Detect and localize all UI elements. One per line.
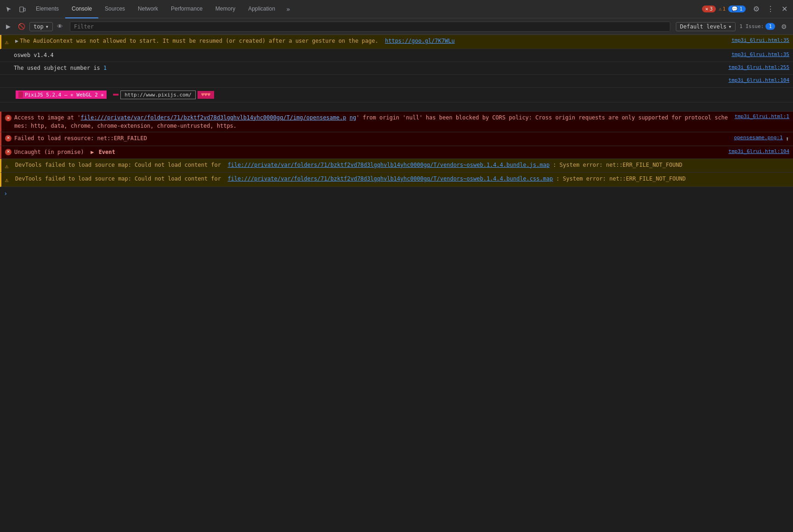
cors-file-link[interactable]: file:///private/var/folders/71/bzktf2vd7… [81, 114, 346, 121]
console-content: ⚠ ▶ The AudioContext was not allowed to … [0, 35, 793, 532]
log-entry-sourcemap-css: ⚠ DevTools failed to load source map: Co… [0, 173, 793, 187]
levels-dropdown-arrow: ▾ [728, 23, 731, 30]
console-prompt-row[interactable]: › [0, 187, 793, 200]
log-entry-pixi: PixiJS 5.2.4 – ✳ WebGL 2 ✳ http://www.pi… [0, 88, 793, 102]
osweb-source[interactable]: tmp3i_6lrui.html:35 [731, 51, 789, 59]
cursor-icon-btn[interactable] [2, 3, 16, 15]
tab-sources[interactable]: Sources [98, 0, 131, 18]
pixi-hearts: ♥♥♥ [198, 91, 214, 99]
cors-message: Access to image at 'file:///private/var/… [14, 113, 731, 130]
tab-application[interactable]: Application [242, 0, 282, 18]
log-entry-subject: The used subject number is 1 tmp3i_6lrui… [0, 62, 793, 75]
issue-prefix: 1 Issue: [739, 23, 764, 29]
upload-icon[interactable]: ⬆ [786, 134, 789, 144]
log-entry-sourcemap-js: ⚠ DevTools failed to load source map: Co… [0, 159, 793, 173]
subject-message: The used subject number is 1 [14, 64, 725, 72]
badge-container: ✕ 3 ⚠ 1 💬 1 [702, 6, 746, 12]
failed-resource-message: Failed to load resource: net::ERR_FAILED [14, 134, 731, 142]
error-badge[interactable]: ✕ 3 [702, 6, 716, 12]
tab-memory[interactable]: Memory [209, 0, 242, 18]
console-settings-btn[interactable]: ⚙ [778, 21, 790, 32]
sourcemap-js-message: DevTools failed to load source map: Coul… [15, 161, 789, 169]
close-devtools-btn[interactable]: ✕ [778, 2, 791, 16]
failed-error-icon: ✕ [5, 135, 11, 141]
warning-badge[interactable]: ⚠ 1 [719, 6, 725, 12]
log-entry-empty: tmp3i_6lrui.html:104 [0, 75, 793, 88]
error-count: 3 [710, 6, 713, 12]
default-levels-label: Default levels [680, 23, 726, 30]
sourcemap-js-warn-icon: ⚠ [5, 162, 12, 171]
prompt-arrow-icon: › [4, 190, 7, 197]
empty-source[interactable]: tmp3i_6lrui.html:104 [729, 77, 789, 85]
audiocontext-link[interactable]: https://goo.gl/7K7WLu [385, 38, 455, 44]
uncaught-source[interactable]: tmp3i_6lrui.html:104 [729, 148, 789, 156]
tab-performance[interactable]: Performance [164, 0, 209, 18]
event-expand-icon[interactable]: ▶ [91, 149, 94, 155]
osweb-message: osweb v1.4.4 [14, 51, 728, 59]
uncaught-message: Uncaught (in promise) ▶ Event [14, 148, 725, 156]
console-toolbar: ▶ 🚫 top ▾ 👁 Default levels ▾ 1 Issue: 1 … [0, 18, 793, 35]
issue-count-badge: 1 [765, 23, 775, 30]
event-label[interactable]: Event [99, 149, 115, 155]
more-options-btn[interactable]: ⋮ [763, 2, 778, 16]
message-badge[interactable]: 💬 1 [728, 6, 746, 12]
log-entry-cors: ✕ Access to image at 'file:///private/va… [0, 112, 793, 132]
tab-elements[interactable]: Elements [29, 0, 65, 18]
filter-input[interactable] [70, 22, 670, 32]
expand-arrow-icon[interactable]: ▶ [15, 37, 18, 45]
context-dropdown[interactable]: top ▾ [29, 22, 53, 31]
log-entry-audiocontext: ⚠ ▶ The AudioContext was not allowed to … [0, 35, 793, 49]
settings-gear-btn[interactable]: ⚙ [749, 2, 763, 16]
sourcemap-css-warn-icon: ⚠ [5, 175, 12, 185]
failed-resource-source[interactable]: opensesame.png:1 [734, 134, 783, 142]
subject-source[interactable]: tmp3i_6lrui.html:255 [729, 64, 789, 72]
message-count: 1 [739, 6, 742, 12]
svg-rect-1 [23, 8, 25, 11]
cors-file-link2[interactable]: ng [350, 114, 356, 121]
clear-btn[interactable]: 🚫 [15, 21, 28, 32]
error-x-icon: ✕ [705, 6, 708, 12]
warning-count: 1 [723, 6, 726, 12]
svg-rect-0 [20, 7, 23, 12]
message-icon: 💬 [731, 6, 738, 12]
warning-triangle-icon: ⚠ [719, 6, 722, 12]
pixi-spacer-block [113, 94, 119, 96]
sourcemap-css-link[interactable]: file:///private/var/folders/71/bzktf2vd7… [227, 175, 553, 182]
audiocontext-message: The AudioContext was not allowed to star… [20, 37, 728, 45]
device-toolbar-btn[interactable] [16, 3, 29, 15]
more-tabs-btn[interactable]: » [282, 2, 295, 17]
log-levels-dropdown[interactable]: Default levels ▾ [676, 22, 736, 31]
eye-btn[interactable]: 👁 [54, 21, 66, 32]
log-entry-uncaught: ✕ Uncaught (in promise) ▶ Event tmp3i_6l… [0, 146, 793, 159]
sourcemap-css-message: DevTools failed to load source map: Coul… [15, 175, 789, 183]
tab-console[interactable]: Console [65, 0, 98, 18]
sourcemap-js-link[interactable]: file:///private/var/folders/71/bzktf2vd7… [227, 162, 549, 168]
warning-icon: ⚠ [5, 38, 12, 47]
issue-badge-container[interactable]: 1 Issue: 1 [739, 23, 775, 30]
execute-btn[interactable]: ▶ [3, 21, 14, 32]
tab-network[interactable]: Network [131, 0, 164, 18]
top-label: top [34, 23, 44, 30]
audiocontext-source[interactable]: tmp3i_6lrui.html:35 [731, 37, 789, 45]
log-entry-failed-resource: ✕ Failed to load resource: net::ERR_FAIL… [0, 132, 793, 146]
cors-error-icon: ✕ [5, 115, 11, 121]
devtools-toolbar: Elements Console Sources Network Perform… [0, 0, 793, 18]
uncaught-error-icon: ✕ [5, 149, 11, 155]
pixi-label-block: PixiJS 5.2.4 – ✳ WebGL 2 ✳ [16, 91, 107, 99]
pixi-url[interactable]: http://www.pixijs.com/ [120, 91, 196, 99]
log-entry-osweb: osweb v1.4.4 tmp3i_6lrui.html:35 [0, 49, 793, 62]
separator [0, 102, 793, 112]
dropdown-arrow-icon: ▾ [45, 23, 49, 30]
cors-source[interactable]: tmp3i_6lrui.html:1 [735, 113, 789, 119]
